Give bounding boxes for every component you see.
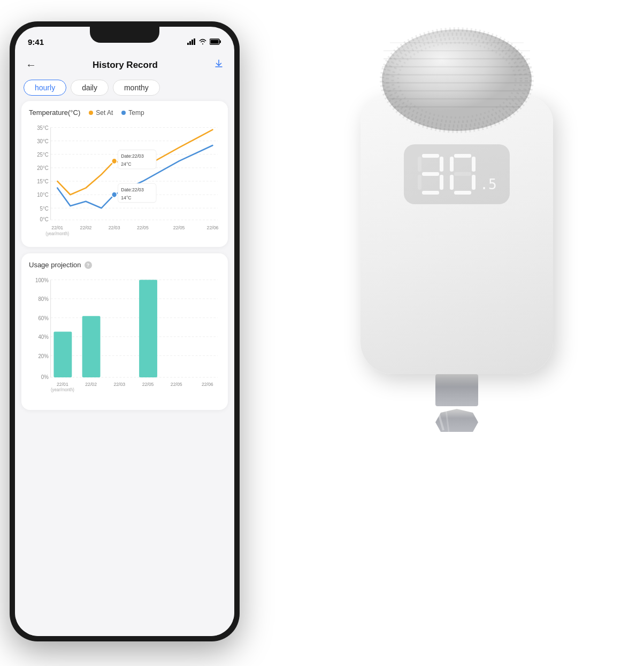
legend-dot-orange <box>89 111 93 115</box>
svg-rect-54 <box>139 280 157 377</box>
svg-text:0%: 0% <box>41 374 49 380</box>
segment-display: .5 <box>404 144 509 204</box>
svg-text:22/05: 22/05 <box>173 225 185 230</box>
battery-icon <box>210 38 221 45</box>
svg-rect-5 <box>220 41 221 43</box>
thermostat-device: .5 <box>291 27 623 625</box>
svg-text:22/05: 22/05 <box>142 381 154 386</box>
svg-rect-6 <box>211 40 219 44</box>
svg-text:35°C: 35°C <box>37 125 49 130</box>
svg-text:22/01: 22/01 <box>51 225 63 230</box>
legend-set-at-label: Set At <box>96 109 113 117</box>
tab-daily[interactable]: daily <box>71 80 109 96</box>
legend-dot-blue <box>121 111 126 115</box>
svg-text:(year/month): (year/month) <box>51 388 74 392</box>
svg-text:60%: 60% <box>38 315 48 321</box>
svg-text:Date:22/03: Date:22/03 <box>121 153 144 159</box>
seg-decimal: .5 <box>480 176 496 192</box>
back-button[interactable]: ← <box>26 59 36 71</box>
svg-rect-53 <box>82 316 101 377</box>
svg-rect-52 <box>53 331 72 377</box>
bar-chart-svg: 100% 80% 60% 40% 20% 0% <box>29 274 220 402</box>
bar-chart-title-row: Usage projection ? <box>29 261 220 269</box>
svg-rect-0 <box>187 43 189 45</box>
chart-title: Temperature(°C) <box>29 109 80 117</box>
app-content: ← History Record hourly daily monthy <box>15 52 234 636</box>
tab-hourly[interactable]: hourly <box>24 80 66 96</box>
svg-text:22/06: 22/06 <box>202 381 213 386</box>
legend-temp-label: Temp <box>128 109 144 117</box>
svg-text:14°C: 14°C <box>121 195 132 200</box>
download-button[interactable] <box>214 59 224 71</box>
svg-text:80%: 80% <box>38 296 48 302</box>
svg-rect-2 <box>191 40 193 45</box>
bar-chart-title: Usage projection <box>29 261 81 269</box>
signal-icon <box>187 38 196 45</box>
tabs-row: hourly daily monthy <box>15 75 234 101</box>
help-icon: ? <box>85 261 92 269</box>
svg-text:40%: 40% <box>38 334 48 340</box>
svg-text:30°C: 30°C <box>37 138 49 144</box>
wifi-icon <box>198 38 207 45</box>
svg-text:Date:22/03: Date:22/03 <box>121 187 144 192</box>
svg-text:22/02: 22/02 <box>80 225 92 230</box>
temp-chart-card: Temperature(°C) Set At Temp <box>21 101 228 247</box>
svg-text:24°C: 24°C <box>121 161 132 166</box>
svg-text:20°C: 20°C <box>37 165 49 171</box>
legend-set-at: Set At <box>89 109 113 117</box>
svg-text:20%: 20% <box>38 353 48 359</box>
svg-text:22/03: 22/03 <box>113 381 125 386</box>
svg-text:22/01: 22/01 <box>57 381 68 386</box>
svg-text:22/05: 22/05 <box>137 225 149 230</box>
thermostat-body: .5 <box>361 96 553 374</box>
svg-rect-1 <box>189 41 191 45</box>
phone-screen: 9:41 <box>15 27 234 636</box>
svg-text:5°C: 5°C <box>40 205 49 211</box>
bar-chart-card: Usage projection ? 100% <box>21 253 228 410</box>
svg-text:22/03: 22/03 <box>109 225 120 230</box>
tab-monthy[interactable]: monthy <box>113 80 160 96</box>
seg-digit-0 <box>449 154 477 195</box>
status-time: 9:41 <box>28 37 44 47</box>
svg-point-31 <box>112 158 117 164</box>
temp-chart-svg: 35°C 30°C 25°C 20°C 15°C 10°C 5°C 0°C 22… <box>29 122 220 239</box>
svg-text:22/06: 22/06 <box>207 225 219 230</box>
svg-rect-79 <box>435 374 478 406</box>
app-header: ← History Record <box>15 52 234 75</box>
phone-notch <box>90 27 159 43</box>
top-knob-svg <box>379 27 534 134</box>
svg-text:22/02: 22/02 <box>85 381 97 386</box>
legend-temp: Temp <box>121 109 144 117</box>
bottom-fitting-svg <box>403 374 510 433</box>
svg-text:10°C: 10°C <box>37 192 49 198</box>
svg-rect-3 <box>194 38 195 45</box>
svg-text:22/05: 22/05 <box>171 381 182 386</box>
svg-text:15°C: 15°C <box>37 179 49 184</box>
svg-text:25°C: 25°C <box>37 152 49 158</box>
svg-text:0°C: 0°C <box>40 216 49 222</box>
svg-point-32 <box>112 192 117 197</box>
page-title: History Record <box>93 60 158 71</box>
scene: 9:41 <box>0 0 644 666</box>
seg-digits <box>417 154 477 195</box>
svg-text:100%: 100% <box>35 277 49 283</box>
download-icon <box>214 59 224 68</box>
chart-header: Temperature(°C) Set At Temp <box>29 109 220 117</box>
phone: 9:41 <box>10 21 240 641</box>
seg-digit-3 <box>417 154 444 195</box>
status-icons <box>187 38 221 45</box>
svg-text:(year/month): (year/month) <box>45 231 69 236</box>
